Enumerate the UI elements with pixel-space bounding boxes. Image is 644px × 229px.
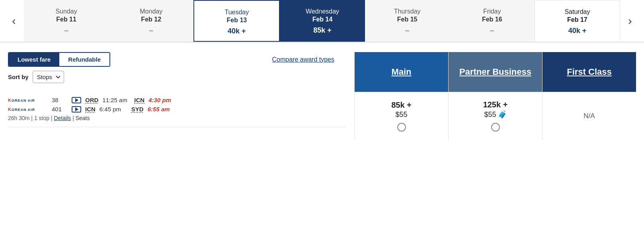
fare-column-first-class: First ClassN/A: [542, 52, 636, 140]
fare-columns: Main85k +$55Partner Business125k +$55🧳Fi…: [354, 52, 636, 140]
sort-select[interactable]: Stops: [33, 71, 64, 83]
date-cell-fri-feb16[interactable]: FridayFeb 16–: [450, 0, 535, 42]
date-day-name: Sunday: [28, 8, 105, 15]
date-cell-mon-feb12[interactable]: MondayFeb 12–: [109, 0, 193, 42]
flight-number: 38: [52, 97, 68, 103]
lowest-fare-button[interactable]: Lowest fare: [9, 53, 59, 66]
date-day-name: Friday: [454, 8, 531, 15]
fare-column-partner-business: Partner Business125k +$55🧳: [448, 52, 542, 140]
sort-by-label: Sort by: [8, 74, 29, 80]
fare-cell-main[interactable]: 85k +$55: [355, 92, 448, 140]
date-day-name: Monday: [113, 8, 189, 15]
fare-cash: $55: [395, 111, 407, 119]
date-day-name: Thursday: [369, 8, 446, 15]
next-date-arrow[interactable]: ›: [620, 0, 640, 42]
date-navigation: ‹ SundayFeb 11–MondayFeb 12–TuesdayFeb 1…: [0, 0, 644, 43]
prev-date-arrow[interactable]: ‹: [4, 0, 24, 42]
date-month-day: Feb 16: [454, 16, 531, 23]
fare-points: 125k +: [483, 100, 508, 109]
date-month-day: Feb 14: [284, 16, 361, 23]
fare-points: 85k +: [391, 101, 412, 110]
date-day-name: Wednesday: [284, 8, 361, 15]
date-month-day: Feb 15: [369, 16, 446, 23]
fare-radio[interactable]: [491, 123, 500, 132]
stops-text: 1 stop: [34, 115, 49, 121]
date-month-day: Feb 13: [198, 17, 275, 24]
origin-airport: ICN: [85, 106, 96, 113]
fare-cell-first-class[interactable]: N/A: [543, 92, 636, 140]
fare-radio[interactable]: [397, 123, 406, 132]
arrival-time: 4:30 pm: [148, 97, 171, 103]
airline-logo: KOREAN AIR: [8, 98, 48, 103]
date-month-day: Feb 12: [113, 16, 189, 23]
compare-award-types-link[interactable]: Compare award types: [272, 56, 334, 63]
fare-column-main: Main85k +$55: [354, 52, 448, 140]
seats-text: Seats: [76, 115, 90, 121]
date-cell-tue-feb13[interactable]: TuesdayFeb 1340k +: [193, 0, 280, 42]
date-cell-sat-feb17[interactable]: SaturdayFeb 1740k +: [535, 0, 620, 42]
date-fare-dash: –: [28, 26, 105, 35]
date-cell-sun-feb11[interactable]: SundayFeb 11–: [24, 0, 109, 42]
date-fare-dash: –: [369, 26, 446, 35]
main-content: Lowest fare Refundable Compare award typ…: [0, 52, 644, 140]
date-month-day: Feb 17: [539, 16, 616, 23]
sort-row: Sort by Stops: [8, 71, 346, 83]
filter-compare-row: Lowest fare Refundable Compare award typ…: [8, 52, 346, 67]
date-day-name: Tuesday: [198, 9, 275, 16]
duration-text: 26h 30m: [8, 115, 29, 121]
origin-airport: ORD: [85, 97, 98, 103]
video-icon: [72, 97, 81, 103]
refundable-button[interactable]: Refundable: [59, 53, 109, 66]
luggage-icon: 🧳: [498, 110, 507, 119]
date-day-name: Saturday: [539, 8, 616, 16]
flight-group: KOREAN AIR38ORD 11:25 am ICN 4:30 pmKORE…: [8, 91, 346, 127]
fare-cell-partner-business[interactable]: 125k +$55🧳: [449, 92, 542, 140]
video-icon: [72, 106, 81, 113]
details-link[interactable]: Details: [54, 115, 71, 121]
fare-col-header-partner-business[interactable]: Partner Business: [449, 52, 542, 92]
fare-col-header-first-class[interactable]: First Class: [543, 52, 636, 92]
fare-col-header-main[interactable]: Main: [355, 52, 448, 92]
fare-na-text: N/A: [584, 112, 595, 120]
date-cells-container: SundayFeb 11–MondayFeb 12–TuesdayFeb 134…: [24, 0, 620, 42]
flight-number: 401: [52, 106, 68, 113]
departure-time: 6:45 pm: [100, 106, 127, 113]
destination-airport: SYD: [131, 106, 144, 113]
date-fare-dash: –: [113, 26, 189, 35]
destination-airport: ICN: [134, 97, 144, 103]
fare-cash: $55🧳: [484, 110, 506, 119]
flights-section: KOREAN AIR38ORD 11:25 am ICN 4:30 pmKORE…: [8, 91, 346, 127]
flight-summary: 26h 30m | 1 stop | Details | Seats: [8, 115, 346, 121]
arrival-time: 6:55 am: [148, 106, 170, 113]
airline-logo: KOREAN AIR: [8, 107, 48, 112]
date-fare-amount: 40k +: [539, 27, 616, 35]
flight-row: KOREAN AIR401ICN 6:45 pm SYD 6:55 am: [8, 106, 346, 113]
date-fare-dash: –: [454, 26, 531, 35]
date-month-day: Feb 11: [28, 16, 105, 23]
fare-toggle: Lowest fare Refundable: [8, 52, 110, 67]
departure-time: 11:25 am: [102, 97, 130, 103]
flight-row: KOREAN AIR38ORD 11:25 am ICN 4:30 pm: [8, 97, 346, 103]
date-cell-wed-feb14[interactable]: WednesdayFeb 1485k +: [280, 0, 365, 42]
date-fare-amount: 85k +: [284, 26, 361, 35]
left-panel: Lowest fare Refundable Compare award typ…: [8, 52, 354, 140]
date-cell-thu-feb15[interactable]: ThursdayFeb 15–: [365, 0, 450, 42]
date-fare-amount: 40k +: [198, 27, 275, 35]
